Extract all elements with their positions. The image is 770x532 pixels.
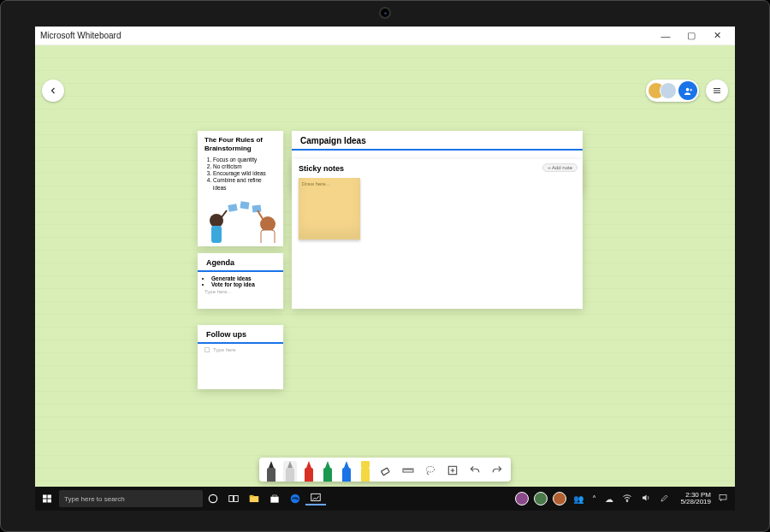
file-explorer-icon[interactable] (244, 493, 264, 505)
cortana-icon[interactable] (203, 493, 223, 505)
windows-taskbar: Type here to search 👥 ˄ ☁ (35, 487, 735, 511)
store-icon[interactable] (264, 493, 285, 505)
add-note-button[interactable]: + Add note (542, 163, 578, 172)
lasso-tool[interactable] (422, 462, 439, 479)
rules-item: Combine and refine ideas (213, 177, 276, 191)
menu-icon (712, 86, 722, 96)
people-icon[interactable]: 👥 (572, 494, 585, 504)
rules-card[interactable]: The Four Rules of Brainstorming Focus on… (198, 131, 283, 246)
pen-blue[interactable] (340, 461, 353, 482)
task-view-icon[interactable] (223, 493, 244, 505)
checkbox[interactable] (204, 347, 210, 352)
pen-gray[interactable] (283, 461, 297, 482)
volume-icon[interactable] (639, 493, 653, 505)
agenda-item: Generate ideas (211, 275, 276, 281)
settings-menu-button[interactable] (706, 80, 728, 102)
invite-button[interactable] (678, 81, 697, 100)
brainstorm-illustration (201, 200, 287, 243)
svg-point-1 (210, 214, 223, 228)
tablet-bezel: Microsoft Whiteboard — ▢ ✕ The (0, 0, 770, 532)
front-camera (379, 7, 391, 19)
network-icon[interactable] (620, 493, 634, 505)
avatar-user-2 (660, 82, 677, 99)
agenda-list: Generate ideas Vote for top idea (198, 272, 283, 287)
campaign-title: Campaign Ideas (292, 131, 583, 151)
window-title: Microsoft Whiteboard (40, 31, 121, 40)
pen-red[interactable] (302, 461, 316, 482)
whiteboard-taskbar-icon[interactable] (305, 492, 326, 505)
redo-button[interactable] (489, 462, 506, 479)
tray-avatar[interactable] (553, 492, 566, 505)
agenda-placeholder[interactable]: Type here... (198, 287, 283, 294)
sticky-note[interactable]: Draw here... (299, 178, 360, 239)
tray-chevron-icon[interactable]: ˄ (590, 494, 598, 504)
taskbar-search[interactable]: Type here to search (59, 490, 203, 507)
sticky-note-placeholder: Draw here... (299, 178, 360, 190)
agenda-item: Vote for top idea (211, 281, 276, 287)
svg-rect-23 (311, 494, 321, 500)
svg-rect-12 (43, 495, 47, 499)
ruler-tool[interactable] (400, 462, 417, 479)
rules-list: Focus on quantity No criticism Encourage… (204, 157, 276, 192)
followups-title: Follow ups (198, 325, 283, 344)
svg-rect-7 (252, 204, 262, 212)
window-titlebar: Microsoft Whiteboard — ▢ ✕ (35, 27, 735, 45)
edge-icon[interactable] (285, 493, 305, 505)
taskbar-clock[interactable]: 2:30 PM 5/28/2019 (677, 492, 711, 506)
svg-rect-8 (382, 468, 390, 476)
sticky-notes-title: Sticky notes (299, 164, 344, 173)
svg-point-24 (627, 500, 629, 502)
window-close-button[interactable]: ✕ (704, 30, 730, 41)
windows-logo-icon (42, 494, 52, 504)
svg-rect-14 (43, 499, 47, 503)
rules-title: The Four Rules of Brainstorming (204, 136, 276, 153)
tray-avatar[interactable] (515, 492, 529, 505)
followups-card[interactable]: Follow ups Type here (198, 325, 283, 389)
search-placeholder: Type here to search (64, 495, 125, 503)
add-tool[interactable] (444, 462, 461, 479)
svg-rect-25 (720, 495, 726, 500)
start-button[interactable] (35, 494, 59, 504)
pen-black[interactable] (264, 461, 278, 482)
person-add-icon (684, 86, 693, 96)
system-tray: 👥 ˄ ☁ 2:30 PM 5/28/2019 (515, 492, 735, 506)
svg-point-10 (426, 466, 434, 472)
eraser-tool[interactable] (377, 462, 394, 479)
rules-item: Focus on quantity (213, 157, 276, 163)
clock-date: 5/28/2019 (680, 499, 711, 505)
pen-green[interactable] (321, 461, 335, 482)
rules-item: No criticism (213, 163, 276, 170)
onedrive-icon[interactable]: ☁ (603, 494, 615, 504)
svg-rect-18 (234, 496, 239, 502)
screen: Microsoft Whiteboard — ▢ ✕ The (35, 27, 735, 511)
svg-rect-17 (229, 496, 234, 502)
back-button[interactable] (42, 80, 64, 102)
svg-rect-13 (48, 495, 52, 499)
svg-rect-20 (250, 495, 254, 497)
rules-item: Encourage wild ideas (213, 170, 276, 177)
svg-rect-21 (270, 497, 278, 503)
pen-toolbar (259, 458, 511, 482)
sticky-notes-card[interactable]: Sticky notes + Add note Draw here... (292, 159, 583, 309)
svg-rect-5 (228, 204, 237, 212)
window-maximize-button[interactable]: ▢ (678, 30, 704, 41)
svg-rect-4 (261, 230, 275, 243)
agenda-card[interactable]: Agenda Generate ideas Vote for top idea … (198, 253, 283, 309)
svg-rect-2 (211, 226, 222, 243)
svg-point-16 (209, 494, 216, 502)
ink-icon[interactable] (658, 493, 672, 505)
followups-placeholder-text: Type here (213, 347, 236, 352)
arrow-left-icon (48, 86, 58, 96)
tray-avatar[interactable] (534, 492, 548, 505)
svg-point-0 (685, 87, 689, 91)
window-minimize-button[interactable]: — (653, 31, 678, 41)
whiteboard-canvas[interactable]: The Four Rules of Brainstorming Focus on… (35, 45, 735, 487)
svg-rect-6 (240, 201, 249, 209)
undo-button[interactable] (466, 462, 483, 479)
presence-avatars[interactable] (646, 80, 699, 102)
followups-placeholder[interactable]: Type here (198, 344, 283, 356)
svg-rect-15 (48, 499, 52, 503)
action-center-icon[interactable] (716, 493, 730, 505)
agenda-title: Agenda (198, 253, 283, 272)
highlighter-yellow[interactable] (358, 461, 372, 482)
